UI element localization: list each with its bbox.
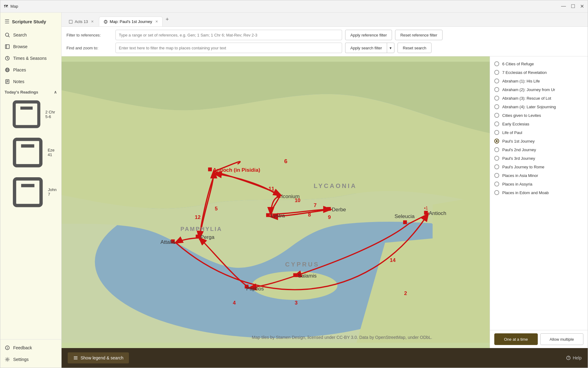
sidebar-item-notes[interactable]: Notes (0, 76, 61, 87)
help-label: Help (573, 355, 582, 360)
label-salamis: Salamis (298, 273, 317, 279)
sidebar-item-feedback[interactable]: Feedback (0, 342, 61, 354)
zoom-label: Find and zoom to: (66, 46, 112, 50)
sidebar-label-settings: Settings (13, 357, 29, 362)
show-legend-button[interactable]: Show legend & search (68, 352, 129, 363)
legend-label-paul-rome: Paul's Journey to Rome (502, 165, 545, 169)
svg-text:?: ? (568, 356, 570, 360)
legend-list: 6 Cities of Refuge7 Ecclesias of Revelat… (490, 56, 588, 330)
marker-lystra (266, 213, 270, 217)
legend-item-abraham3[interactable]: Abraham (3): Rescue of Lot (490, 94, 588, 102)
legend-item-edom-moab[interactable]: Places in Edom and Moab (490, 188, 588, 197)
legend-label-edom-moab: Places in Edom and Moab (502, 190, 549, 195)
label-derbe: Derbe (332, 207, 346, 213)
minimize-button[interactable]: — (561, 3, 566, 9)
apply-search-dropdown[interactable]: ▾ (387, 43, 394, 53)
globe-icon (5, 67, 10, 73)
sidebar-item-times-seasons[interactable]: Times & Seasons (0, 52, 61, 64)
label-num1: ▪1 (424, 205, 428, 210)
radio-life-paul (494, 130, 499, 135)
filter-input[interactable] (115, 30, 342, 40)
settings-icon (5, 357, 10, 362)
legend-item-asia-minor[interactable]: Places in Asia Minor (490, 171, 588, 180)
svg-rect-12 (14, 102, 39, 126)
sidebar-label-feedback: Feedback (13, 345, 32, 350)
sidebar-item-settings[interactable]: Settings (0, 354, 61, 365)
feedback-icon (5, 345, 10, 351)
step-9: 9 (328, 214, 331, 220)
step-14: 14 (390, 257, 396, 263)
step-11: 11 (269, 186, 274, 192)
legend-item-abraham4[interactable]: Abraham (4): Later Sojourning (490, 102, 588, 111)
titlebar: 🗺 Map — ☐ ✕ (0, 0, 588, 13)
menu-icon[interactable]: ☰ (5, 18, 9, 25)
search-icon (5, 32, 10, 38)
legend-item-7-ecclesias[interactable]: 7 Ecclesias of Revelation (490, 68, 588, 77)
legend-label-asia-minor: Places in Asia Minor (502, 173, 538, 178)
help-button[interactable]: ? Help (566, 355, 582, 360)
tab-acts13[interactable]: Acts 13 ✕ (64, 17, 98, 26)
svg-rect-2 (6, 45, 9, 49)
legend-label-early-ecclesias: Early Ecclesias (502, 122, 529, 126)
apply-search-button[interactable]: Apply search filter (345, 43, 387, 53)
sidebar-item-places[interactable]: Places (0, 64, 61, 76)
svg-rect-14 (14, 139, 41, 166)
legend-item-early-ecclesias[interactable]: Early Ecclesias (490, 120, 588, 128)
legend-item-paul2[interactable]: Paul's 2nd Journey (490, 145, 588, 154)
legend-item-paul-rome[interactable]: Paul's Journey to Rome (490, 163, 588, 171)
collapse-icon[interactable]: ∧ (54, 90, 57, 94)
allow-multiple-button[interactable]: Allow multiple (540, 333, 584, 345)
tab-close-acts13[interactable]: ✕ (91, 20, 94, 24)
label-perga: Perga (201, 234, 215, 240)
tab-close-map[interactable]: ✕ (155, 20, 158, 24)
filter-label: Filter to references: (66, 33, 112, 37)
apply-search-split: Apply search filter ▾ (345, 43, 394, 53)
region-cyprus: CYPRUS (285, 261, 319, 268)
tab-map-paul1[interactable]: Map: Paul's 1st Journey ✕ (99, 17, 162, 26)
legend-item-life-paul[interactable]: Life of Paul (490, 128, 588, 137)
apply-reference-filter-button[interactable]: Apply reference filter (345, 30, 392, 40)
one-at-time-button[interactable]: One at a time (494, 333, 538, 345)
step-2: 2 (404, 290, 407, 296)
sidebar-header: ☰ Scripture Study (0, 15, 61, 29)
legend-label-paul1: Paul's 1st Journey (502, 139, 535, 144)
sidebar-label-places: Places (13, 67, 26, 72)
legend-item-paul1[interactable]: Paul's 1st Journey (490, 137, 588, 145)
svg-point-21 (6, 358, 8, 360)
maximize-button[interactable]: ☐ (571, 3, 575, 9)
legend-label-cities-levites: Cities given to Levites (502, 113, 541, 118)
step-12: 12 (195, 214, 201, 220)
attribution: Map tiles by Stamen Design, licensed und… (252, 335, 432, 340)
legend-item-6-cities[interactable]: 6 Cities of Refuge (490, 59, 588, 68)
legend-item-abraham1[interactable]: Abraham (1): His Life (490, 77, 588, 85)
reset-search-button[interactable]: Reset search (398, 43, 432, 53)
sidebar-sub-2chr56[interactable]: 2 Chr 5-6 (0, 96, 61, 133)
legend-icon (73, 355, 78, 360)
svg-point-20 (7, 348, 8, 349)
legend-item-assyria[interactable]: Places in Assyria (490, 180, 588, 188)
reset-reference-filter-button[interactable]: Reset reference filter (395, 30, 443, 40)
radio-paul2 (494, 147, 499, 152)
sidebar-sub-eze41[interactable]: Eze 41 (0, 133, 61, 172)
legend-label-abraham3: Abraham (3): Rescue of Lot (502, 96, 551, 101)
tab-icon-map (104, 20, 108, 24)
legend-item-abraham2[interactable]: Abraham (2): Journey from Ur (490, 85, 588, 94)
legend-item-paul3[interactable]: Paul's 3rd Journey (490, 154, 588, 163)
label-iconium: Iconium (281, 194, 300, 199)
sidebar-sub-john7[interactable]: John 7 (0, 172, 61, 212)
zoom-input[interactable] (115, 43, 342, 53)
reading-label-1: 2 Chr 5-6 (45, 110, 57, 119)
content-area: Acts 13 ✕ Map: Paul's 1st Journey ✕ + Fi… (62, 13, 588, 368)
window-title: Map (10, 4, 18, 9)
legend-label-abraham4: Abraham (4): Later Sojourning (502, 105, 556, 109)
tab-add-button[interactable]: + (163, 15, 172, 24)
radio-paul-rome (494, 164, 499, 169)
legend-item-cities-levites[interactable]: Cities given to Levites (490, 111, 588, 120)
marker-antioch-pisidia (208, 167, 212, 171)
app-icon: 🗺 (4, 4, 8, 9)
map[interactable]: 6 11 5 12 10 7 8 9 4 14 2 3 (62, 56, 490, 348)
sidebar-item-browse[interactable]: Browse (0, 41, 61, 52)
close-button[interactable]: ✕ (580, 3, 584, 9)
sidebar-item-search[interactable]: Search (0, 29, 61, 41)
svg-point-23 (104, 20, 107, 23)
